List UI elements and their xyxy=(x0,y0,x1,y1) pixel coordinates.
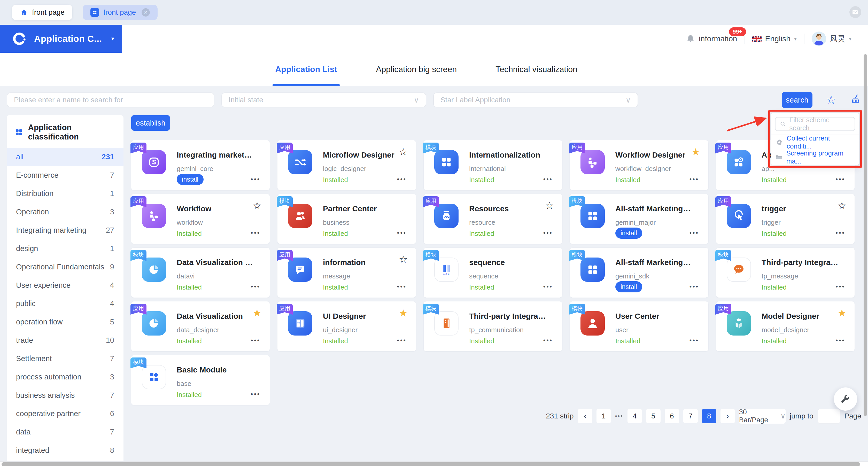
sidebar-item-integrated[interactable]: integrated8 xyxy=(7,441,123,460)
sidebar-item-public[interactable]: public4 xyxy=(7,294,123,313)
install-button[interactable]: install xyxy=(615,281,642,292)
more-menu-icon[interactable]: ••• xyxy=(836,337,845,344)
popover-item[interactable]: Screening program ma... xyxy=(771,150,859,165)
app-card[interactable]: 模块InternationalizationinternationalInsta… xyxy=(424,140,562,190)
page-button-4[interactable]: 4 xyxy=(627,409,642,423)
tab-front-page[interactable]: front page × xyxy=(83,5,158,20)
app-card[interactable]: 应用Data Visualizationdata_designerInstall… xyxy=(131,302,270,351)
more-menu-icon[interactable]: ••• xyxy=(836,283,845,290)
initial-state-select[interactable]: Initial state∨ xyxy=(221,92,426,107)
sidebar-item-design[interactable]: design1 xyxy=(7,240,123,258)
close-icon[interactable]: × xyxy=(142,8,150,17)
star-icon[interactable]: ☆ xyxy=(838,201,846,211)
app-card[interactable]: 模块User CenteruserInstalled••• xyxy=(570,302,708,351)
page-button-5[interactable]: 5 xyxy=(646,409,660,423)
more-menu-icon[interactable]: ••• xyxy=(543,337,553,344)
more-menu-icon[interactable]: ••• xyxy=(251,283,260,290)
star-label-select[interactable]: Star Label Application∨ xyxy=(433,92,638,107)
prev-page-button[interactable]: ‹ xyxy=(578,409,592,423)
more-menu-icon[interactable]: ••• xyxy=(543,229,553,237)
sidebar-item-user-experience[interactable]: User experience4 xyxy=(7,276,123,294)
tab-technical-visualization[interactable]: Technical visualization xyxy=(495,53,578,86)
app-card[interactable]: 模块All-staff Marketing Third...gemini_sdk… xyxy=(570,248,708,298)
more-menu-icon[interactable]: ••• xyxy=(251,337,260,344)
tab-front-page-home[interactable]: front page xyxy=(12,5,72,20)
sidebar-item-e-commerce[interactable]: E-commerce7 xyxy=(7,166,123,184)
app-card[interactable]: 模块Third-party Integration -...tp_communi… xyxy=(424,302,562,351)
star-favorite-icon[interactable]: ☆ xyxy=(826,94,836,106)
install-button[interactable]: install xyxy=(615,227,642,239)
notifications[interactable]: information 99+ xyxy=(686,34,737,43)
next-page-button[interactable]: › xyxy=(720,409,735,423)
message-icon[interactable] xyxy=(849,6,861,18)
install-button[interactable]: install xyxy=(177,174,204,185)
more-menu-icon[interactable]: ••• xyxy=(397,283,407,290)
sidebar-item-all[interactable]: all231 xyxy=(7,148,123,166)
horizontal-scrollbar[interactable] xyxy=(2,462,860,466)
star-icon[interactable]: ☆ xyxy=(545,201,554,211)
sidebar-item-data[interactable]: data7 xyxy=(7,423,123,441)
sidebar-item-process-automation[interactable]: process automation3 xyxy=(7,368,123,386)
page-size-select[interactable]: 30 Bar/Page∨ xyxy=(739,409,785,424)
app-card[interactable]: 应用informationmessageInstalled☆••• xyxy=(277,248,416,298)
more-menu-icon[interactable]: ••• xyxy=(689,337,699,344)
page-settings-button[interactable] xyxy=(834,387,857,411)
more-menu-icon[interactable]: ••• xyxy=(689,283,699,290)
page-button-1[interactable]: 1 xyxy=(596,409,611,423)
tab-application-list[interactable]: Application List xyxy=(275,53,337,86)
more-menu-icon[interactable]: ••• xyxy=(836,176,845,183)
app-card[interactable]: 模块Data Visualization Opera...dataviInsta… xyxy=(131,248,270,298)
establish-button[interactable]: establish xyxy=(131,115,170,131)
page-button-8[interactable]: 8 xyxy=(702,409,716,423)
brand-area[interactable]: Application C... ▾ xyxy=(0,25,122,53)
more-menu-icon[interactable]: ••• xyxy=(543,283,553,290)
app-card[interactable]: 应用Microflow Designerlogic_designerInstal… xyxy=(277,140,416,190)
app-card[interactable]: 应用Model Designermodel_designerInstalled★… xyxy=(716,302,855,351)
page-button-7[interactable]: 7 xyxy=(683,409,698,423)
sidebar-item-trade[interactable]: trade10 xyxy=(7,331,123,349)
filter-scheme-search-input[interactable]: Filter scheme search xyxy=(775,117,855,131)
more-menu-icon[interactable]: ••• xyxy=(543,176,553,183)
sidebar-item-operational-fundamentals[interactable]: Operational Fundamentals9 xyxy=(7,258,123,276)
sidebar-item-distribution[interactable]: Distribution1 xyxy=(7,184,123,203)
more-menu-icon[interactable]: ••• xyxy=(251,229,260,237)
app-card[interactable]: 应用triggertriggerInstalled☆••• xyxy=(716,194,855,244)
sidebar-item-integrating-marketing[interactable]: Integrating marketing27 xyxy=(7,221,123,240)
app-card[interactable]: 应用Integrating marketinggemini_coreinstal… xyxy=(131,140,270,190)
sidebar-item-settlement[interactable]: Settlement7 xyxy=(7,349,123,368)
clear-broom-icon[interactable] xyxy=(850,94,861,107)
app-card[interactable]: 应用WorkflowworkflowInstalled☆••• xyxy=(131,194,270,244)
app-card[interactable]: 模块All-staff Marketing Mast...gemini_majo… xyxy=(570,194,708,244)
star-icon[interactable]: ★ xyxy=(691,147,700,157)
app-card[interactable]: 应用ResourcesresourceInstalled☆••• xyxy=(424,194,562,244)
app-card[interactable]: 应用Workflow Designerworkflow_designerInst… xyxy=(570,140,708,190)
name-search-input[interactable]: Please enter a name to search for xyxy=(7,92,214,107)
more-menu-icon[interactable]: ••• xyxy=(251,176,260,183)
app-card[interactable]: 模块Partner CenterbusinessInstalled••• xyxy=(277,194,416,244)
sidebar-item-operation-flow[interactable]: operation flow5 xyxy=(7,313,123,331)
more-menu-icon[interactable]: ••• xyxy=(836,229,845,237)
jump-to-input[interactable] xyxy=(817,409,840,424)
sidebar-item-operation[interactable]: Operation3 xyxy=(7,203,123,221)
tab-application-big-screen[interactable]: Application big screen xyxy=(376,53,457,86)
app-card[interactable]: 应用UI Designerui_designerInstalled★••• xyxy=(277,302,416,351)
user-menu[interactable]: 风灵 ▾ xyxy=(812,32,851,46)
star-icon[interactable]: ☆ xyxy=(253,201,261,211)
more-menu-icon[interactable]: ••• xyxy=(397,176,407,183)
app-card[interactable]: 模块Third-party Integration -...tp_message… xyxy=(716,248,855,298)
language-selector[interactable]: English ▾ xyxy=(752,34,797,43)
sidebar-item-cooperative-partner[interactable]: cooperative partner6 xyxy=(7,404,123,423)
more-menu-icon[interactable]: ••• xyxy=(251,391,260,398)
more-menu-icon[interactable]: ••• xyxy=(397,337,407,344)
popover-item[interactable]: Collect current conditi... xyxy=(771,135,859,150)
more-menu-icon[interactable]: ••• xyxy=(689,229,699,237)
chevron-down-icon[interactable]: ▾ xyxy=(111,35,114,42)
star-icon[interactable]: ★ xyxy=(399,308,408,318)
star-icon[interactable]: ★ xyxy=(253,308,261,318)
more-menu-icon[interactable]: ••• xyxy=(397,229,407,237)
more-menu-icon[interactable]: ••• xyxy=(689,176,699,183)
vertical-scrollbar[interactable] xyxy=(864,54,867,416)
sidebar-item-business-analysis[interactable]: business analysis7 xyxy=(7,386,123,404)
search-button[interactable]: search xyxy=(782,92,812,108)
page-button-6[interactable]: 6 xyxy=(665,409,679,423)
